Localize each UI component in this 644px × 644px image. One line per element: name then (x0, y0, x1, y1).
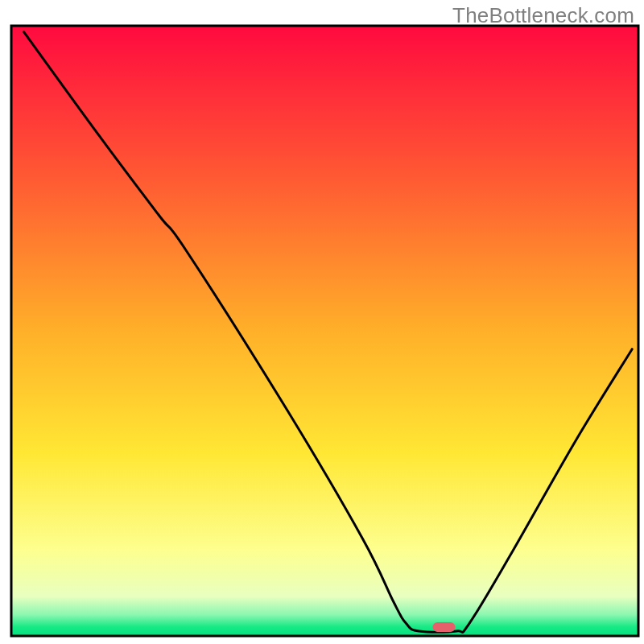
optimal-point-marker (433, 622, 456, 632)
bottleneck-curve-chart (0, 0, 644, 644)
chart-stage: TheBottleneck.com (0, 0, 644, 644)
watermark-text: TheBottleneck.com (452, 3, 634, 28)
gradient-background (11, 26, 638, 636)
